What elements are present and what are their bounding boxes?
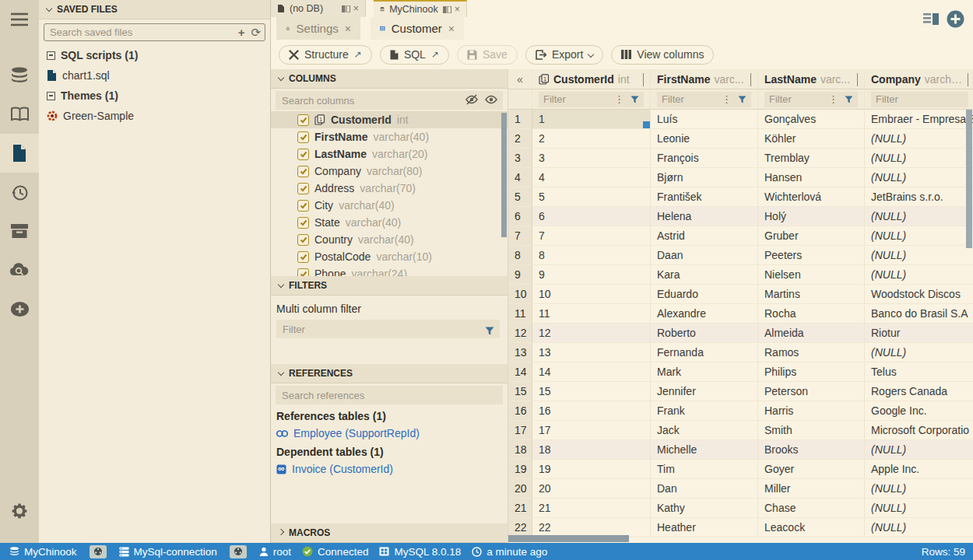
grid-data-row[interactable]: 88DaanPeeters(NULL) (508, 246, 973, 265)
grid-data-row[interactable]: 33FrançoisTremblay(NULL) (508, 149, 973, 168)
grid-column-header-LastName[interactable]: LastNamevarc... (758, 69, 865, 89)
row-number-cell[interactable]: 15 (508, 382, 532, 401)
cell-lastname[interactable]: Tremblay (758, 149, 865, 168)
status-connection[interactable]: MySql-connection (116, 546, 220, 558)
grid-data-row[interactable]: 1212RobertoAlmeidaRiotur (508, 324, 973, 343)
cell-customerid[interactable]: 13 (532, 343, 651, 362)
cell-firstname[interactable]: Fernanda (651, 343, 758, 362)
cell-lastname[interactable]: Martins (758, 285, 865, 304)
refresh-icon[interactable]: ⟳ (251, 26, 261, 40)
kebab-icon[interactable]: ⋮ (722, 93, 732, 105)
row-number-cell[interactable]: 12 (508, 324, 532, 343)
close-icon[interactable]: × (345, 23, 351, 35)
cell-customerid[interactable]: 1 (532, 110, 651, 129)
cell-lastname[interactable]: Brooks (758, 440, 865, 460)
hide-all-icon[interactable] (465, 94, 478, 105)
cell-firstname[interactable]: František (651, 187, 758, 207)
cell-customerid[interactable]: 5 (532, 187, 651, 207)
row-number-cell[interactable]: 19 (508, 460, 532, 479)
grid-data-row[interactable]: 1515JenniferPetersonRogers Canada (508, 382, 973, 401)
grid-data-row[interactable]: 1414MarkPhilipsTelus (508, 362, 973, 382)
reference-link-employee[interactable]: Employee (SupportRepId) (271, 425, 508, 442)
view-columns-button[interactable]: View columns (611, 45, 714, 65)
status-connected[interactable]: Connected (299, 546, 371, 558)
cell-firstname[interactable]: François (651, 149, 758, 168)
cell-customerid[interactable]: 11 (532, 304, 651, 324)
grid-data-row[interactable]: 77AstridGruber(NULL) (508, 226, 973, 246)
book-icon[interactable] (0, 95, 39, 134)
cell-firstname[interactable]: Jennifer (651, 382, 758, 401)
filter-input[interactable]: Filter (662, 93, 715, 105)
cell-firstname[interactable]: Heather (651, 518, 758, 537)
cell-firstname[interactable]: Kathy (651, 499, 758, 518)
add-file-icon[interactable]: + (238, 26, 245, 40)
grid-data-row[interactable]: 55FrantišekWichterlováJetBrains s.r.o. (508, 187, 973, 207)
cell-firstname[interactable]: Eduardo (651, 285, 758, 304)
cell-company[interactable]: Google Inc. (865, 401, 973, 421)
settings-gear-icon[interactable] (0, 492, 39, 530)
cell-lastname[interactable]: Goyer (758, 460, 865, 479)
cell-company[interactable]: (NULL) (865, 518, 973, 537)
cell-company[interactable]: Rogers Canada (865, 382, 973, 401)
grid-data-row[interactable]: 1313FernandaRamos(NULL) (508, 343, 973, 362)
filters-section-header[interactable]: FILTERS (271, 276, 508, 296)
row-number-cell[interactable]: 14 (508, 362, 532, 382)
reference-link-invoice[interactable]: Invoice (CustomerId) (271, 460, 508, 478)
cell-firstname[interactable]: Bjørn (651, 168, 758, 187)
row-number-cell[interactable]: 3 (508, 149, 532, 168)
filter-cell-CustomerId[interactable]: Filter⋮ (532, 89, 651, 110)
history-icon[interactable] (0, 173, 39, 212)
cell-customerid[interactable]: 2 (532, 129, 651, 149)
saved-files-header[interactable]: SAVED FILES (39, 0, 270, 19)
cell-customerid[interactable]: 12 (532, 324, 651, 343)
cell-firstname[interactable]: Jack (651, 421, 758, 440)
cell-company[interactable]: (NULL) (865, 168, 973, 187)
grid-vertical-scrollbar[interactable] (966, 110, 972, 248)
references-section-header[interactable]: REFERENCES (271, 364, 508, 383)
columns-scrollbar[interactable] (501, 113, 507, 237)
checkbox-checked-icon[interactable] (297, 149, 309, 160)
multi-column-filter-input[interactable] (276, 320, 500, 338)
save-button[interactable]: Save (457, 45, 518, 65)
connection-color-badge[interactable] (230, 545, 247, 558)
filter-input[interactable]: Filter (543, 93, 608, 105)
cell-company[interactable]: (NULL) (865, 207, 973, 226)
cell-lastname[interactable]: Wichterlová (758, 187, 865, 207)
cloud-search-icon[interactable] (0, 250, 39, 289)
add-widget-icon[interactable] (946, 9, 965, 29)
column-item-FirstName[interactable]: FirstNamevarchar(40) (271, 128, 508, 145)
cell-customerid[interactable]: 4 (532, 168, 651, 187)
close-icon[interactable]: × (353, 3, 359, 14)
close-icon[interactable]: × (448, 23, 455, 35)
cell-company[interactable]: (NULL) (865, 246, 973, 265)
cell-company[interactable]: (NULL) (865, 149, 973, 168)
close-icon[interactable]: × (455, 4, 460, 15)
chevron-down-icon[interactable] (750, 73, 751, 86)
checkbox-checked-icon[interactable] (297, 200, 309, 212)
database-icon[interactable] (0, 56, 39, 95)
file-item-chart1[interactable]: chart1.sql (39, 65, 270, 86)
cell-lastname[interactable]: Hansen (758, 168, 865, 187)
cell-company[interactable]: Riotur (865, 324, 973, 343)
status-refreshed[interactable]: a minute ago (469, 546, 550, 558)
cell-company[interactable]: Telus (865, 362, 973, 382)
cell-customerid[interactable]: 20 (532, 479, 651, 499)
cell-lastname[interactable]: Smith (758, 421, 865, 440)
cell-company[interactable]: (NULL) (865, 226, 973, 246)
columns-section-header[interactable]: COLUMNS (271, 69, 508, 89)
cell-customerid[interactable]: 16 (532, 401, 651, 421)
search-references-input[interactable] (276, 386, 503, 404)
column-item-Country[interactable]: Countryvarchar(40) (271, 231, 508, 248)
row-number-cell[interactable]: 10 (508, 285, 532, 304)
cell-firstname[interactable]: Leonie (651, 129, 758, 149)
grid-column-header-FirstName[interactable]: FirstNamevarc... (651, 69, 758, 89)
cell-firstname[interactable]: Roberto (651, 324, 758, 343)
db-tab-no-db[interactable]: (no DB) × (271, 0, 366, 17)
grid-data-row[interactable]: 22LeonieKöhler(NULL) (508, 129, 973, 149)
db-tab-mychinook[interactable]: MyChinook × (374, 0, 467, 17)
cell-customerid[interactable]: 8 (532, 246, 651, 265)
grid-data-row[interactable]: 1919TimGoyerApple Inc. (508, 460, 973, 479)
status-database[interactable]: MyChinook (6, 546, 80, 558)
structure-button[interactable]: Structure↗ (279, 45, 372, 65)
cell-firstname[interactable]: Helena (651, 207, 758, 226)
